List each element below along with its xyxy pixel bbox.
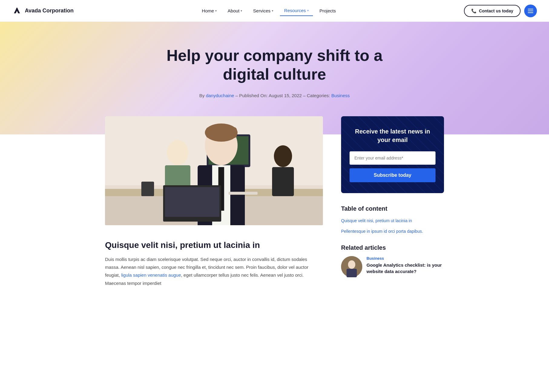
- menu-line: [528, 11, 533, 11]
- nav-services[interactable]: Services ▾: [249, 6, 278, 16]
- logo-icon: [12, 6, 22, 16]
- nav-resources[interactable]: Resources ▾: [280, 5, 313, 16]
- toc-title: Table of content: [341, 205, 444, 212]
- svg-point-0: [16, 8, 18, 10]
- navbar: Avada Corporation Home ▾ About ▾ Service…: [0, 0, 549, 22]
- related-articles: Related articles Business Google Analyti…: [341, 244, 444, 277]
- svg-rect-21: [228, 192, 258, 195]
- navbar-actions: 📞 Contact us today: [464, 5, 537, 17]
- newsletter-box: Receive the latest news in your email Su…: [341, 116, 444, 193]
- svg-point-8: [167, 140, 189, 165]
- brand-logo[interactable]: Avada Corporation: [12, 6, 74, 16]
- nav-about[interactable]: About ▾: [223, 6, 246, 16]
- article-image: [105, 116, 323, 225]
- meta-published: – Published On: August 15, 2022 – Catego…: [235, 93, 331, 98]
- meta-prefix: By: [199, 93, 206, 98]
- svg-point-10: [274, 145, 292, 167]
- svg-rect-11: [272, 167, 294, 196]
- services-chevron-icon: ▾: [272, 9, 273, 12]
- svg-rect-19: [165, 187, 219, 217]
- svg-point-23: [348, 260, 355, 269]
- related-item-1: Business Google Analytics checklist: is …: [341, 256, 444, 277]
- section1-heading: Quisque velit nisi, pretium ut lacinia i…: [105, 240, 323, 250]
- svg-rect-24: [347, 269, 357, 277]
- related-category-1[interactable]: Business: [367, 256, 444, 261]
- article-body: Duis mollis turpis ac diam scelerisque v…: [105, 255, 323, 287]
- svg-rect-20: [141, 182, 154, 196]
- nav-home[interactable]: Home ▾: [198, 6, 221, 16]
- brand-name: Avada Corporation: [25, 8, 74, 14]
- menu-line: [528, 12, 533, 13]
- hero-title: Help your company shift to a digital cul…: [156, 46, 393, 84]
- article-body-link[interactable]: ligula sapien venenatis augue: [121, 272, 181, 278]
- hamburger-menu-button[interactable]: [524, 5, 537, 17]
- about-chevron-icon: ▾: [241, 9, 242, 12]
- article-image-placeholder: [105, 116, 323, 225]
- menu-line: [528, 9, 533, 9]
- toc-item-2[interactable]: Pellentesque in ipsum id orci porta dapi…: [341, 228, 444, 235]
- main-content: Quisque velit nisi, pretium ut lacinia i…: [93, 116, 456, 305]
- sidebar: Receive the latest news in your email Su…: [341, 116, 444, 287]
- svg-rect-14: [206, 127, 237, 138]
- meta-author[interactable]: danyduchaine: [206, 93, 234, 98]
- subscribe-button[interactable]: Subscribe today: [350, 168, 436, 182]
- hero-meta: By danyduchaine – Published On: August 1…: [12, 93, 537, 98]
- home-chevron-icon: ▾: [215, 9, 217, 12]
- email-input[interactable]: [350, 151, 436, 165]
- newsletter-title: Receive the latest news in your email: [350, 127, 436, 144]
- nav-links: Home ▾ About ▾ Services ▾ Resources ▾ Pr…: [198, 5, 340, 16]
- phone-icon: 📞: [471, 8, 476, 13]
- resources-chevron-icon: ▾: [307, 9, 309, 12]
- related-info-1: Business Google Analytics checklist: is …: [367, 256, 444, 275]
- related-title: Related articles: [341, 244, 444, 251]
- table-of-content: Table of content Quisque velit nisi, pre…: [341, 205, 444, 235]
- toc-item-1[interactable]: Quisque velit nisi, pretium ut lacinia i…: [341, 218, 444, 224]
- related-thumb-1: [341, 256, 362, 277]
- meta-category[interactable]: Business: [331, 93, 350, 98]
- related-article-title-1[interactable]: Google Analytics checklist: is your webs…: [367, 262, 444, 275]
- nav-projects[interactable]: Projects: [315, 6, 340, 16]
- contact-button[interactable]: 📞 Contact us today: [464, 5, 521, 17]
- article: Quisque velit nisi, pretium ut lacinia i…: [105, 116, 323, 287]
